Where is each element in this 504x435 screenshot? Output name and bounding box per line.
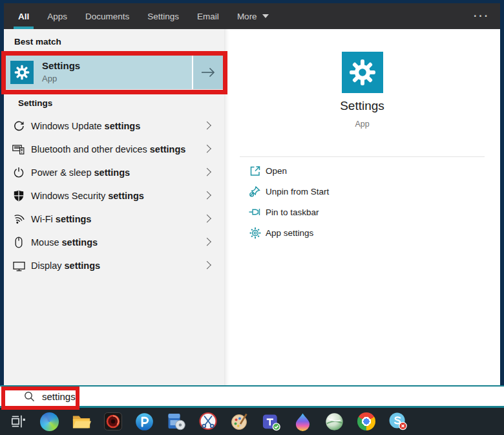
result-text: Bluetooth and other devices	[31, 144, 147, 154]
chevron-right-icon[interactable]	[203, 122, 211, 130]
chevron-right-icon[interactable]	[203, 145, 211, 153]
result-text: Wi-Fi	[31, 214, 53, 224]
expand-result-button[interactable]	[192, 56, 223, 89]
wifi-icon	[12, 212, 26, 226]
chevron-right-icon[interactable]	[203, 238, 211, 246]
action-pin-to-taskbar[interactable]: Pin to taskbar	[224, 202, 500, 222]
result-bold-text: settings	[108, 191, 144, 201]
taskbar-icon-paint-3d[interactable]	[287, 408, 319, 435]
result-wifi-settings[interactable]: Wi-Fisettings	[4, 207, 224, 231]
settings-section-header: Settings	[18, 98, 52, 108]
result-preview-panel: Settings App Open Unp	[224, 29, 500, 385]
result-power-sleep-settings[interactable]: Power & sleepsettings	[4, 161, 224, 184]
tab-email[interactable]: Email	[188, 3, 228, 29]
result-mouse-settings[interactable]: Mousesettings	[4, 231, 224, 254]
software-box-disc-icon	[167, 412, 186, 431]
taskbar-icon-start[interactable]	[2, 408, 34, 435]
result-text: Mouse	[31, 237, 59, 248]
overflow-menu-button[interactable]: ···	[474, 3, 490, 29]
result-windows-update-settings[interactable]: Windows Updatesettings	[4, 114, 224, 138]
result-windows-security-settings[interactable]: Windows Securitysettings	[4, 184, 224, 207]
taskbar	[0, 408, 504, 435]
chevron-down-icon	[262, 14, 269, 18]
search-filter-tabbar: All Apps Documents Settings Email More ·…	[4, 3, 500, 29]
taskbar-icon-microsoft-teams[interactable]	[255, 408, 287, 435]
result-bold-text: settings	[62, 237, 98, 248]
taskbar-icon-paint-palette-app[interactable]	[224, 408, 255, 435]
search-icon	[23, 390, 36, 403]
tab-all[interactable]: All	[9, 3, 38, 29]
skype-offline-icon	[388, 412, 408, 431]
taskbar-icon-p-blue-app[interactable]	[129, 408, 160, 435]
action-label: Pin to taskbar	[266, 207, 319, 217]
best-match-title: Settings	[42, 60, 80, 71]
app-actions-list: Open Unpin from Start Pin	[224, 160, 500, 243]
tab-settings[interactable]: Settings	[138, 3, 188, 29]
paint-3d-drop-icon	[294, 412, 311, 431]
result-bold-text: settings	[150, 144, 186, 154]
result-text: Power & sleep	[31, 167, 92, 178]
result-text: Display	[31, 260, 62, 271]
result-display-settings[interactable]: Displaysettings	[4, 254, 224, 277]
start-icon	[10, 413, 26, 430]
app-subtitle: App	[224, 120, 500, 129]
tab-documents[interactable]: Documents	[76, 3, 138, 29]
settings-results-list: Windows Updatesettings Bluetooth and oth…	[4, 114, 224, 277]
red-swirl-icon	[103, 412, 123, 431]
app-title: Settings	[224, 99, 500, 113]
action-label: Open	[266, 166, 287, 176]
p-logo-icon	[135, 412, 154, 431]
result-bold-text: settings	[94, 167, 131, 178]
divider	[240, 156, 485, 157]
result-bold-text: settings	[65, 260, 101, 271]
teams-icon	[262, 412, 280, 431]
taskbar-icon-software-disc-app[interactable]	[160, 408, 192, 435]
search-input[interactable]: settings	[0, 385, 504, 408]
result-bold-text: settings	[56, 214, 92, 224]
folder-icon	[72, 414, 91, 430]
chevron-right-icon[interactable]	[203, 168, 211, 176]
result-text: Windows Security	[31, 191, 105, 201]
arrow-right-icon	[200, 67, 216, 78]
action-open[interactable]: Open	[224, 160, 500, 181]
open-icon	[248, 164, 262, 178]
chevron-right-icon[interactable]	[203, 191, 211, 200]
taskbar-icon-scissors-app[interactable]	[192, 408, 224, 435]
action-app-settings[interactable]: App settings	[224, 222, 500, 243]
best-match-result[interactable]: Settings App	[6, 56, 223, 89]
bluetooth-devices-icon	[12, 142, 26, 156]
windows-security-icon	[12, 189, 26, 203]
result-bluetooth-devices-settings[interactable]: Bluetooth and other devicessettings	[4, 138, 224, 161]
best-match-header: Best match	[14, 37, 61, 47]
settings-gear-icon	[10, 61, 34, 84]
window-border-right	[500, 3, 504, 385]
globe-icon	[325, 412, 344, 431]
action-label: App settings	[266, 228, 313, 238]
chevron-right-icon[interactable]	[203, 215, 211, 223]
tab-apps[interactable]: Apps	[38, 3, 76, 29]
display-icon	[12, 259, 26, 273]
taskbar-icon-red-media-app[interactable]	[97, 408, 129, 435]
text-cursor	[76, 390, 78, 402]
chrome-icon	[357, 412, 375, 430]
best-match-subtitle: App	[42, 74, 57, 83]
taskbar-icon-microsoft-edge[interactable]	[34, 408, 65, 435]
taskbar-icon-skype[interactable]	[382, 408, 414, 435]
unpin-from-start-icon	[248, 185, 262, 198]
result-bold-text: settings	[105, 121, 141, 131]
chevron-right-icon[interactable]	[203, 261, 211, 270]
action-unpin-from-start[interactable]: Unpin from Start	[224, 181, 500, 202]
scissors-icon	[198, 412, 218, 431]
search-results-panel: Best match Settings App Settings	[4, 29, 224, 385]
tab-more[interactable]: More	[228, 3, 278, 29]
power-sleep-icon	[12, 165, 26, 180]
taskbar-icon-network-globe-app[interactable]	[319, 408, 350, 435]
taskbar-icon-file-explorer[interactable]	[65, 408, 97, 435]
action-label: Unpin from Start	[266, 187, 329, 196]
ellipsis-icon: ···	[474, 10, 490, 22]
paint-palette-icon	[230, 412, 249, 431]
mouse-icon	[12, 235, 26, 249]
taskbar-icon-google-chrome[interactable]	[350, 408, 382, 435]
app-settings-gear-icon	[248, 226, 262, 240]
settings-gear-icon	[342, 52, 383, 93]
